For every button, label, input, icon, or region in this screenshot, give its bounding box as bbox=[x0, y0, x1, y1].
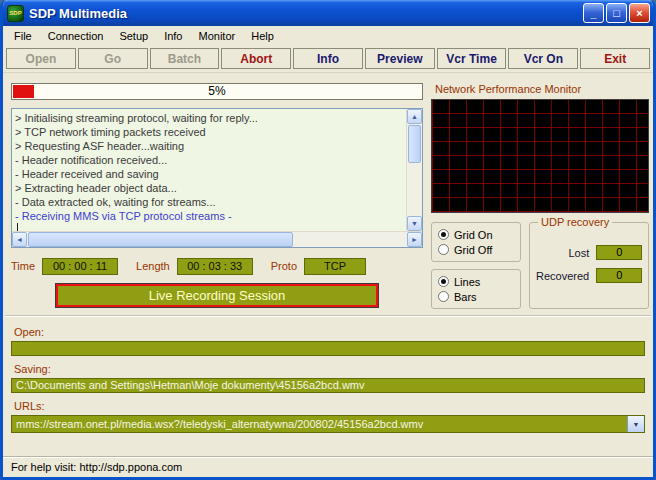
radio-grid-on[interactable]: Grid On bbox=[438, 229, 514, 241]
dropdown-arrow-icon[interactable]: ▼ bbox=[627, 416, 644, 432]
text-cursor bbox=[17, 223, 18, 231]
window-controls: _ □ × bbox=[583, 3, 650, 23]
preview-button[interactable]: Preview bbox=[365, 48, 435, 69]
urls-combobox[interactable]: mms://stream.onet.pl/media.wsx?/teledysk… bbox=[11, 415, 645, 433]
lost-label: Lost bbox=[568, 247, 589, 259]
style-toggle-group: Lines Bars bbox=[431, 269, 521, 309]
menu-bar: File Connection Setup Info Monitor Help bbox=[3, 26, 653, 46]
exit-button[interactable]: Exit bbox=[580, 48, 650, 69]
open-button[interactable]: Open bbox=[6, 48, 76, 69]
vcr-time-button[interactable]: Vcr Time bbox=[437, 48, 507, 69]
vertical-scroll-thumb[interactable] bbox=[408, 125, 421, 163]
scroll-right-icon[interactable]: ► bbox=[407, 232, 422, 247]
app-icon[interactable]: SDP bbox=[7, 5, 24, 22]
radio-lines[interactable]: Lines bbox=[438, 276, 514, 288]
menu-connection[interactable]: Connection bbox=[40, 27, 112, 45]
main-content: 5% > Initialising streaming protocol, wa… bbox=[3, 73, 653, 315]
length-label: Length bbox=[136, 260, 170, 272]
minimize-button[interactable]: _ bbox=[583, 3, 604, 23]
log-lines: > Initialising streaming protocol, waiti… bbox=[12, 109, 406, 231]
right-panel: Network Performance Monitor Grid On Grid… bbox=[431, 83, 649, 309]
batch-button[interactable]: Batch bbox=[150, 48, 220, 69]
toolbar: Open Go Batch Abort Info Preview Vcr Tim… bbox=[3, 46, 653, 73]
go-button[interactable]: Go bbox=[78, 48, 148, 69]
close-button[interactable]: × bbox=[629, 3, 650, 23]
log-line: > Initialising streaming protocol, waiti… bbox=[15, 111, 406, 125]
log-line: - Header received and saving bbox=[15, 167, 406, 181]
log-area[interactable]: > Initialising streaming protocol, waiti… bbox=[11, 108, 423, 248]
length-value: 00 : 03 : 33 bbox=[177, 258, 253, 275]
log-line: > Requesting ASF header...waiting bbox=[15, 139, 406, 153]
menu-setup[interactable]: Setup bbox=[111, 27, 156, 45]
bars-label: Bars bbox=[454, 291, 477, 303]
log-line: - Header notification received... bbox=[15, 153, 406, 167]
udp-recovery-group: UDP recovery Lost 0 Recovered 0 bbox=[529, 222, 649, 309]
vertical-scrollbar[interactable]: ▲ ▼ bbox=[406, 109, 422, 231]
radio-checked-icon bbox=[438, 229, 449, 240]
app-window: SDP SDP Multimedia _ □ × File Connection… bbox=[0, 0, 656, 480]
recovered-label: Recovered bbox=[536, 270, 589, 282]
network-monitor-title: Network Performance Monitor bbox=[435, 83, 649, 95]
progress-bar: 5% bbox=[11, 83, 423, 100]
open-field bbox=[11, 341, 645, 356]
scroll-left-icon[interactable]: ◄ bbox=[12, 232, 27, 247]
log-line: - Receiving MMS via TCP protocol streams… bbox=[15, 209, 406, 223]
left-panel: 5% > Initialising streaming protocol, wa… bbox=[11, 83, 423, 309]
saving-label: Saving: bbox=[14, 363, 645, 375]
menu-file[interactable]: File bbox=[6, 27, 40, 45]
time-label: Time bbox=[11, 260, 35, 272]
live-recording-banner: Live Recording Session bbox=[56, 284, 378, 307]
radio-bars[interactable]: Bars bbox=[438, 291, 514, 303]
title-bar: SDP SDP Multimedia _ □ × bbox=[3, 0, 653, 26]
log-line: > TCP network timing packets received bbox=[15, 125, 406, 139]
time-value: 00 : 00 : 11 bbox=[42, 258, 118, 275]
window-title: SDP Multimedia bbox=[29, 6, 583, 21]
udp-recovery-title: UDP recovery bbox=[538, 216, 612, 228]
menu-info[interactable]: Info bbox=[156, 27, 190, 45]
recovered-value: 0 bbox=[596, 268, 642, 283]
maximize-button[interactable]: □ bbox=[606, 3, 627, 23]
lines-label: Lines bbox=[454, 276, 480, 288]
radio-grid-off[interactable]: Grid Off bbox=[438, 244, 514, 256]
log-line: - Data extracted ok, waiting for streams… bbox=[15, 195, 406, 209]
proto-value: TCP bbox=[304, 258, 366, 275]
lost-value: 0 bbox=[596, 245, 642, 260]
network-monitor-grid bbox=[431, 99, 649, 213]
grid-toggle-group: Grid On Grid Off bbox=[431, 222, 521, 262]
app-icon-text: SDP bbox=[9, 10, 21, 16]
horizontal-scroll-thumb[interactable] bbox=[28, 232, 293, 247]
log-line: > Extracting header object data... bbox=[15, 181, 406, 195]
radio-checked-icon bbox=[438, 276, 449, 287]
grid-off-label: Grid Off bbox=[454, 244, 492, 256]
radio-unchecked-icon bbox=[438, 291, 449, 302]
scroll-up-icon[interactable]: ▲ bbox=[407, 109, 422, 124]
menu-monitor[interactable]: Monitor bbox=[191, 27, 244, 45]
radio-unchecked-icon bbox=[438, 244, 449, 255]
menu-help[interactable]: Help bbox=[243, 27, 282, 45]
abort-button[interactable]: Abort bbox=[221, 48, 291, 69]
urls-value: mms://stream.onet.pl/media.wsx?/teledysk… bbox=[16, 417, 624, 432]
horizontal-scrollbar[interactable]: ◄ ► bbox=[12, 231, 422, 247]
status-bar: For help visit: http://sdp.ppona.com bbox=[3, 456, 653, 477]
file-section: Open: Saving: C:\Documents and Settings\… bbox=[3, 317, 653, 456]
progress-percent: 5% bbox=[12, 84, 422, 99]
open-label: Open: bbox=[14, 326, 645, 338]
info-button[interactable]: Info bbox=[293, 48, 363, 69]
proto-label: Proto bbox=[271, 260, 297, 272]
grid-on-label: Grid On bbox=[454, 229, 493, 241]
status-text: For help visit: http://sdp.ppona.com bbox=[11, 461, 182, 473]
session-stats-row: Time 00 : 00 : 11 Length 00 : 03 : 33 Pr… bbox=[11, 257, 423, 275]
urls-label: URLs: bbox=[14, 400, 645, 412]
scroll-down-icon[interactable]: ▼ bbox=[407, 216, 422, 231]
vcr-on-button[interactable]: Vcr On bbox=[508, 48, 578, 69]
saving-field: C:\Documents and Settings\Hetman\Moje do… bbox=[11, 378, 645, 393]
